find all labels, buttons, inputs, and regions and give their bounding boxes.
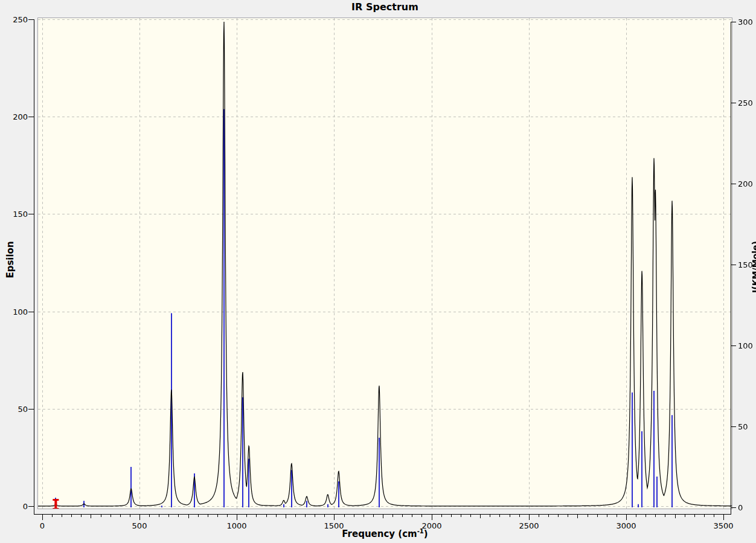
x-tick — [665, 515, 665, 517]
x-tick — [510, 515, 510, 517]
x-tick — [168, 515, 169, 517]
x-tick — [694, 515, 695, 517]
x-tick — [111, 515, 111, 517]
x-tick — [412, 515, 412, 517]
x-tick — [617, 515, 617, 517]
x-tick — [217, 515, 218, 517]
y-right-tick — [731, 22, 736, 22]
y-right-tick — [731, 184, 736, 184]
x-tick — [295, 515, 296, 517]
x-tick — [685, 515, 685, 517]
x-tick — [597, 515, 598, 517]
x-tick — [421, 515, 422, 517]
ir-spectrum-window: { "title": "IR Spectrum", "colors": { "w… — [0, 0, 756, 543]
x-tick — [723, 515, 724, 520]
x-tick — [714, 515, 714, 517]
y-left-tick-label: 100 — [4, 308, 28, 316]
x-tick — [227, 515, 228, 517]
x-axis-title-close: ) — [424, 529, 428, 539]
x-tick — [178, 515, 179, 517]
x-tick — [490, 515, 490, 517]
y-left-axis-title: Epsilon — [5, 241, 16, 278]
y-right-tick — [731, 507, 736, 508]
x-tick — [286, 515, 286, 518]
y-right-tick-label: 250 — [738, 99, 753, 107]
x-tick — [392, 515, 393, 517]
plot-panel — [37, 18, 732, 509]
x-tick — [607, 515, 607, 517]
x-tick — [626, 515, 627, 520]
x-tick — [480, 515, 481, 518]
x-tick — [266, 515, 267, 517]
y-left-tick — [28, 506, 34, 507]
x-tick — [655, 515, 656, 517]
y-left-tick — [28, 214, 34, 214]
y-right-tick-label: 0 — [738, 504, 743, 512]
y-right-tick — [731, 426, 736, 427]
x-tick — [402, 515, 403, 517]
chart-title: IR Spectrum — [38, 1, 732, 13]
x-tick — [499, 515, 500, 517]
y-right-tick — [731, 345, 736, 346]
y-right-tick — [731, 103, 736, 103]
x-tick — [130, 515, 130, 517]
x-tick — [256, 515, 257, 517]
x-tick — [120, 515, 121, 517]
x-tick — [71, 515, 72, 517]
x-tick — [645, 515, 646, 517]
y-left-tick — [28, 312, 34, 312]
x-axis-title-text: Frequency (cm — [342, 529, 417, 539]
x-tick — [441, 515, 442, 517]
x-tick — [237, 515, 237, 520]
x-tick — [139, 515, 140, 520]
x-tick — [470, 515, 471, 517]
x-tick — [461, 515, 461, 517]
x-tick — [198, 515, 199, 517]
x-tick — [91, 515, 91, 518]
y-left-tick-label: 0 — [4, 503, 28, 510]
y-left-tick — [28, 117, 34, 117]
spectrum-canvas[interactable] — [38, 18, 732, 509]
x-tick — [159, 515, 159, 517]
x-tick — [577, 515, 578, 518]
y-right-axis-title: I(KM/Mole) — [751, 241, 756, 293]
x-tick — [334, 515, 335, 520]
y-right-tick-label: 100 — [738, 342, 753, 350]
x-tick — [675, 515, 676, 518]
x-tick — [373, 515, 374, 517]
y-right-tick-label: 50 — [738, 423, 748, 431]
x-tick — [364, 515, 364, 517]
x-tick — [149, 515, 150, 517]
x-tick — [324, 515, 325, 517]
x-tick — [276, 515, 277, 517]
x-tick — [81, 515, 82, 517]
y-right-axis-line — [731, 22, 731, 514]
x-tick — [305, 515, 306, 517]
y-left-tick-label: 200 — [4, 113, 28, 121]
x-tick — [315, 515, 315, 517]
x-tick — [548, 515, 549, 517]
x-tick — [188, 515, 189, 518]
x-tick — [451, 515, 452, 517]
x-tick — [354, 515, 354, 517]
y-left-tick — [28, 409, 34, 410]
y-left-tick-label: 250 — [4, 16, 28, 24]
x-tick — [636, 515, 636, 517]
x-tick — [246, 515, 247, 517]
y-right-tick — [731, 265, 736, 265]
x-tick — [42, 515, 43, 520]
y-left-tick-label: 150 — [4, 210, 28, 218]
x-tick — [704, 515, 705, 517]
x-tick — [539, 515, 539, 517]
x-axis-title-exponent: -1 — [417, 528, 424, 535]
x-tick — [568, 515, 568, 517]
x-tick — [432, 515, 432, 520]
x-tick — [558, 515, 559, 517]
x-tick — [344, 515, 345, 517]
x-tick — [383, 515, 383, 518]
y-right-tick-label: 300 — [738, 18, 753, 26]
x-tick — [62, 515, 62, 517]
y-left-axis-line — [34, 19, 34, 514]
x-axis-title: Frequency (cm-1) — [38, 528, 732, 539]
x-tick — [101, 515, 101, 517]
